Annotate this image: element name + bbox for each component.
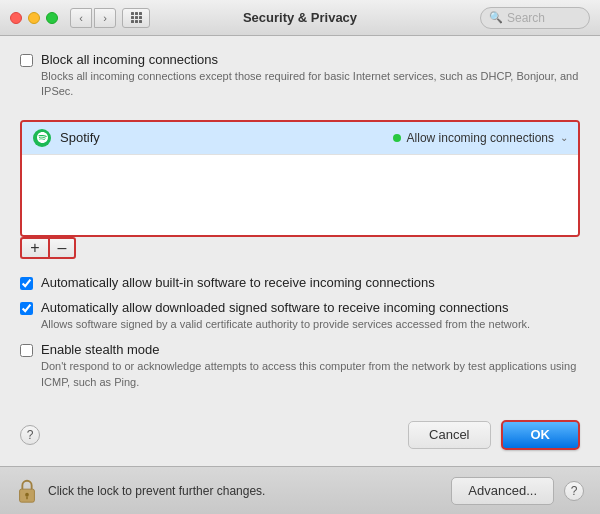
status-dot <box>393 134 401 142</box>
builtin-text: Automatically allow built-in software to… <box>41 275 435 290</box>
app-list-empty <box>22 155 578 235</box>
signed-label: Automatically allow downloaded signed so… <box>41 300 530 315</box>
grid-button[interactable] <box>122 8 150 28</box>
spotify-logo <box>37 132 48 143</box>
option-row-signed: Automatically allow downloaded signed so… <box>20 300 580 332</box>
help-button-left[interactable]: ? <box>20 425 40 445</box>
window-title: Security & Privacy <box>243 10 357 25</box>
bottom-bar: Click the lock to prevent further change… <box>0 466 600 514</box>
search-icon: 🔍 <box>489 11 503 24</box>
options-section: Automatically allow built-in software to… <box>20 275 580 400</box>
builtin-label: Automatically allow built-in software to… <box>41 275 435 290</box>
block-all-checkbox[interactable] <box>20 54 33 67</box>
signed-checkbox[interactable] <box>20 302 33 315</box>
option-row-stealth: Enable stealth mode Don't respond to or … <box>20 342 580 390</box>
lock-text: Click the lock to prevent further change… <box>48 484 451 498</box>
search-box[interactable]: 🔍 Search <box>480 7 590 29</box>
option-row-builtin: Automatically allow built-in software to… <box>20 275 580 290</box>
help-icon-left: ? <box>27 428 34 442</box>
window-controls <box>10 12 58 24</box>
titlebar: ‹ › Security & Privacy 🔍 Search <box>0 0 600 36</box>
forward-button[interactable]: › <box>94 8 116 28</box>
nav-arrows: ‹ › <box>70 8 116 28</box>
grid-icon <box>131 12 142 23</box>
app-icon <box>32 128 52 148</box>
builtin-checkbox[interactable] <box>20 277 33 290</box>
maximize-button[interactable] <box>46 12 58 24</box>
add-app-button[interactable]: + <box>20 237 48 259</box>
app-table: Spotify Allow incoming connections ⌄ <box>20 120 580 237</box>
forward-icon: › <box>103 12 107 24</box>
signed-text: Automatically allow downloaded signed so… <box>41 300 530 332</box>
main-content: Block all incoming connections Blocks al… <box>0 36 600 502</box>
add-remove-row: + – <box>20 237 580 259</box>
cancel-button[interactable]: Cancel <box>408 421 490 449</box>
minimize-button[interactable] <box>28 12 40 24</box>
advanced-button[interactable]: Advanced... <box>451 477 554 505</box>
search-placeholder: Search <box>507 11 545 25</box>
ok-button[interactable]: OK <box>501 420 581 450</box>
back-icon: ‹ <box>79 12 83 24</box>
help-button-bottom[interactable]: ? <box>564 481 584 501</box>
stealth-label: Enable stealth mode <box>41 342 580 357</box>
block-all-row: Block all incoming connections Blocks al… <box>20 52 580 100</box>
app-status: Allow incoming connections ⌄ <box>393 131 568 145</box>
help-icon-bottom: ? <box>571 484 578 498</box>
lock-icon[interactable] <box>16 478 38 504</box>
stealth-desc: Don't respond to or acknowledge attempts… <box>41 359 580 390</box>
app-name: Spotify <box>60 130 393 145</box>
close-button[interactable] <box>10 12 22 24</box>
block-all-desc: Blocks all incoming connections except t… <box>41 69 580 100</box>
table-row[interactable]: Spotify Allow incoming connections ⌄ <box>22 122 578 155</box>
signed-desc: Allows software signed by a valid certif… <box>41 317 530 332</box>
chevron-icon: ⌄ <box>560 132 568 143</box>
spotify-icon <box>33 129 51 147</box>
svg-point-1 <box>25 492 29 496</box>
status-label: Allow incoming connections <box>407 131 554 145</box>
remove-app-button[interactable]: – <box>48 237 76 259</box>
back-button[interactable]: ‹ <box>70 8 92 28</box>
stealth-checkbox[interactable] <box>20 344 33 357</box>
stealth-text: Enable stealth mode Don't respond to or … <box>41 342 580 390</box>
button-row: ? Cancel OK <box>20 420 580 450</box>
block-all-label: Block all incoming connections <box>41 52 580 67</box>
block-all-text: Block all incoming connections Blocks al… <box>41 52 580 100</box>
